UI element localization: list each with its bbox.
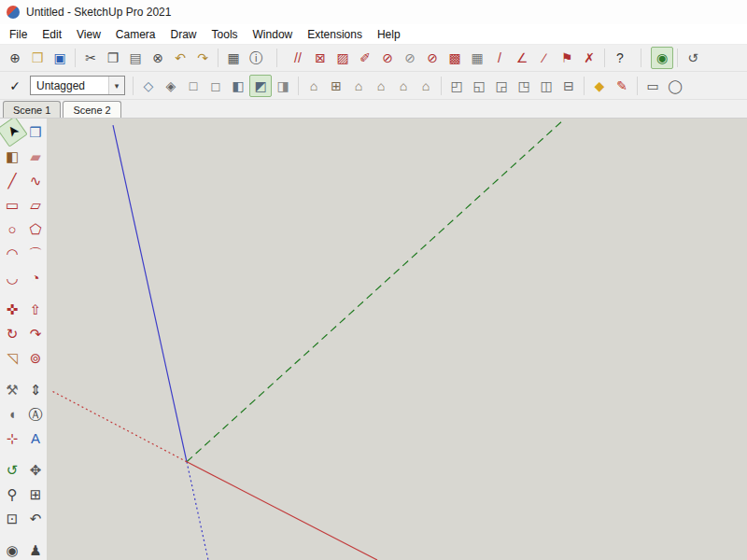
flag-icon[interactable]: ⚑ (556, 47, 578, 69)
view-iso-icon[interactable]: ⌂ (303, 75, 325, 97)
drawing-canvas[interactable] (47, 119, 747, 560)
orbit-icon[interactable]: ↺ (1, 458, 23, 481)
solid-union-icon[interactable]: ◲ (490, 75, 513, 97)
menu-view[interactable]: View (69, 26, 108, 43)
rectangle-icon[interactable]: ▭ (1, 193, 23, 216)
tag-combobox[interactable]: Untagged ▾ (30, 76, 125, 95)
push-pull-icon[interactable]: ⇧ (24, 298, 47, 320)
marker-pen-icon[interactable]: ✎ (611, 75, 633, 97)
menu-file[interactable]: File (2, 26, 35, 43)
print-icon[interactable]: ▦ (222, 47, 245, 69)
tape-measure-icon[interactable]: ⚒ (1, 378, 23, 400)
toolbar-separator (584, 77, 585, 95)
dashed-slash-icon[interactable]: ∕ (533, 47, 556, 69)
eye-toggle-icon[interactable]: ◉ (651, 47, 673, 69)
solid-outer-shell-icon[interactable]: ◰ (445, 75, 468, 97)
solid-trim-icon[interactable]: ◫ (535, 75, 557, 97)
freehand-icon[interactable]: ∿ (24, 169, 47, 191)
pencil-slash-icon[interactable]: ✐ (354, 47, 376, 69)
circle-partial-icon[interactable]: ◯ (664, 75, 686, 97)
eraser-icon[interactable]: ▰ (24, 145, 47, 167)
shape-partial-icon[interactable]: ▭ (641, 75, 664, 97)
menu-draw[interactable]: Draw (163, 26, 204, 43)
cut-icon[interactable]: ✂ (79, 47, 102, 69)
tag-visible-check-icon[interactable]: ✓ (4, 75, 26, 97)
view-top-icon[interactable]: ⊞ (325, 75, 347, 97)
line-icon[interactable]: ╱ (1, 169, 23, 191)
menu-help[interactable]: Help (370, 26, 408, 43)
no-entry-3-icon[interactable]: ⊘ (421, 47, 444, 69)
view-front-icon[interactable]: ⌂ (347, 75, 370, 97)
solid-intersect-icon[interactable]: ◱ (468, 75, 490, 97)
view-back-icon[interactable]: ⌂ (392, 75, 415, 97)
style-monochrome-icon[interactable]: ◨ (272, 75, 294, 97)
dimension-icon[interactable]: ⇕ (24, 378, 47, 400)
zoom-icon[interactable]: ⚲ (1, 483, 23, 505)
view-right-icon[interactable]: ⌂ (370, 75, 392, 97)
new-icon[interactable]: ⊕ (4, 47, 26, 69)
help-icon[interactable]: ? (609, 47, 631, 69)
previous-icon[interactable]: ↶ (24, 507, 47, 529)
3d-text-icon[interactable]: A (24, 427, 47, 449)
red-hatch-icon[interactable]: ▩ (444, 47, 466, 69)
angle-slash-icon[interactable]: ∠ (511, 47, 533, 69)
polygon-icon[interactable]: ⬠ (24, 217, 47, 240)
style-back-edges-icon[interactable]: ◈ (160, 75, 182, 97)
no-entry-2-icon[interactable]: ⊘ (399, 47, 421, 69)
slash-lines-icon[interactable]: // (287, 47, 309, 69)
solid-subtract-icon[interactable]: ◳ (513, 75, 535, 97)
offset-icon[interactable]: ⊚ (24, 346, 47, 369)
x-mark-icon[interactable]: ✗ (578, 47, 600, 69)
circle-icon[interactable]: ○ (1, 217, 23, 240)
style-shaded-textures-icon[interactable]: ◩ (249, 75, 272, 97)
move-icon[interactable]: ✜ (1, 298, 23, 320)
crossed-box-icon[interactable]: ⊠ (309, 47, 331, 69)
rotated-rectangle-icon[interactable]: ▱ (24, 193, 47, 216)
pan-icon[interactable]: ✥ (24, 458, 47, 481)
no-entry-1-icon[interactable]: ⊘ (376, 47, 399, 69)
pie-icon[interactable]: ◔ (24, 266, 47, 288)
menu-edit[interactable]: Edit (35, 26, 69, 43)
style-xray-icon[interactable]: ◇ (137, 75, 160, 97)
solid-split-icon[interactable]: ⊟ (557, 75, 580, 97)
paste-icon[interactable]: ▤ (124, 47, 147, 69)
menu-extensions[interactable]: Extensions (300, 26, 370, 43)
view-left-icon[interactable]: ⌂ (415, 75, 437, 97)
text-icon[interactable]: Ⓐ (24, 402, 47, 425)
tag-note-icon[interactable]: ◆ (588, 75, 611, 97)
zoom-extents-icon[interactable]: ⊡ (1, 507, 23, 529)
redo-icon[interactable]: ↷ (191, 47, 214, 69)
undo-icon[interactable]: ↶ (169, 47, 191, 69)
scene-tab-scene-2[interactable]: Scene 2 (63, 101, 120, 118)
model-info-icon[interactable]: ⓘ (245, 47, 267, 69)
save-icon[interactable]: ▣ (49, 47, 71, 69)
arc-icon[interactable]: ◠ (1, 242, 23, 264)
hatched-box-icon[interactable]: ▨ (331, 47, 354, 69)
two-point-arc-icon[interactable]: ⌒ (24, 242, 47, 264)
zoom-window-icon[interactable]: ⊞ (24, 483, 47, 505)
gray-hatch-icon[interactable]: ▦ (466, 47, 488, 69)
style-wireframe-icon[interactable]: □ (182, 75, 204, 97)
chevron-down-icon[interactable]: ▾ (108, 77, 124, 94)
open-icon[interactable]: ❒ (26, 47, 49, 69)
paint-bucket-icon[interactable]: ◧ (1, 145, 23, 167)
style-hidden-line-icon[interactable]: ◻ (204, 75, 227, 97)
orbit-partial-icon[interactable]: ↺ (682, 47, 704, 69)
scale-icon[interactable]: ◹ (1, 346, 23, 369)
follow-me-icon[interactable]: ↷ (24, 322, 47, 344)
axes-icon[interactable]: ⊹ (1, 427, 23, 449)
red-slash-icon[interactable]: / (488, 47, 511, 69)
copy-icon[interactable]: ❐ (102, 47, 124, 69)
menu-camera[interactable]: Camera (108, 26, 163, 43)
erase-icon[interactable]: ⊗ (147, 47, 169, 69)
three-point-arc-icon[interactable]: ◡ (1, 266, 23, 288)
make-component-icon[interactable]: ❒ (24, 120, 47, 143)
menu-window[interactable]: Window (246, 26, 301, 43)
style-shaded-icon[interactable]: ◧ (227, 75, 249, 97)
rotate-icon[interactable]: ↻ (1, 322, 23, 344)
protractor-icon[interactable]: ◖ (1, 402, 23, 425)
walk-icon[interactable]: ♟ (24, 539, 47, 560)
menu-tools[interactable]: Tools (204, 26, 246, 43)
look-around-icon[interactable]: ◉ (1, 539, 23, 560)
scene-tab-scene-1[interactable]: Scene 1 (3, 101, 61, 118)
